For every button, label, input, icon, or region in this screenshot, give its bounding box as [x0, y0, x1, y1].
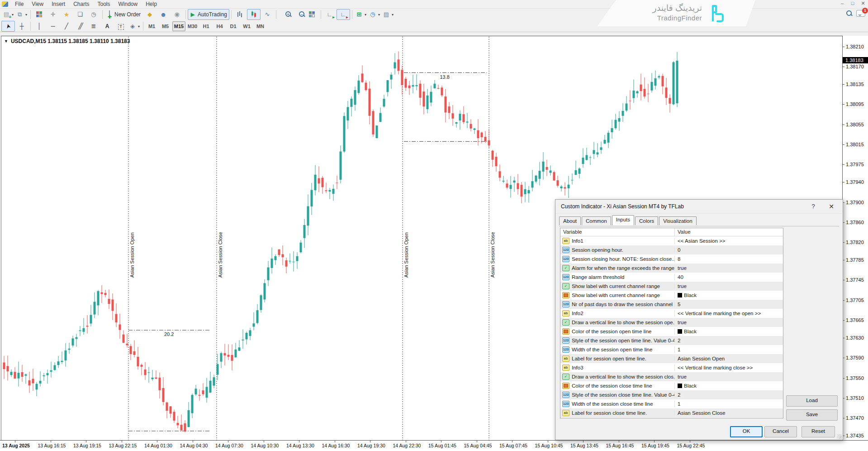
ok-button[interactable]: OK: [730, 426, 763, 437]
metaeditor-button[interactable]: ◆: [143, 9, 157, 20]
dropdown-caret-icon[interactable]: ▾: [12, 13, 14, 17]
param-value[interactable]: 0: [675, 247, 783, 253]
templates-button[interactable]: ▨▾: [381, 9, 395, 20]
dropdown-caret-icon[interactable]: ▾: [378, 13, 380, 17]
timeframe-m15[interactable]: M15: [172, 21, 185, 31]
menu-help[interactable]: Help: [142, 0, 161, 8]
shapes-tool-button[interactable]: ◈▾: [128, 21, 141, 32]
param-row[interactable]: abInfo2<< Vertical line marking the open…: [560, 309, 783, 318]
resize-grip[interactable]: [837, 434, 842, 439]
param-value[interactable]: true: [675, 374, 783, 379]
param-row[interactable]: ✓Show label with current channel rangetr…: [560, 282, 783, 291]
channel-tool-button[interactable]: ╱: [73, 21, 87, 32]
tile-windows-button[interactable]: [305, 9, 319, 20]
column-header-variable[interactable]: Variable: [560, 228, 675, 236]
menu-file[interactable]: File: [11, 0, 28, 8]
tab-visualization[interactable]: Visualization: [659, 216, 696, 225]
param-row[interactable]: 123Width of the session open time line1: [560, 345, 783, 354]
param-row[interactable]: abInfo3<< Vertical line marking close >>: [560, 363, 783, 372]
param-value[interactable]: true: [675, 265, 783, 271]
chart-shift-button[interactable]: ∟▸: [337, 9, 350, 20]
param-row[interactable]: Color of the session open time lineBlack: [560, 327, 783, 336]
param-value[interactable]: 1: [675, 347, 783, 352]
param-row[interactable]: 123Style of the session open time line. …: [560, 336, 783, 345]
save-button[interactable]: Save: [786, 409, 838, 421]
param-value[interactable]: Asian Session Close: [675, 410, 783, 416]
timeframe-m5[interactable]: M5: [159, 21, 172, 31]
load-button[interactable]: Load: [786, 395, 838, 407]
terminal-button[interactable]: ❏: [73, 9, 87, 20]
new-order-button[interactable]: ✚New Order: [104, 9, 143, 20]
param-row[interactable]: 123Range alarm threshold40: [560, 273, 783, 282]
param-value[interactable]: 2: [675, 392, 783, 398]
auto-scroll-button[interactable]: ∟▸: [323, 9, 337, 20]
strategy-tester-button[interactable]: ◷: [87, 9, 100, 20]
param-value[interactable]: << Asian Session >>: [675, 238, 783, 244]
symbol-ohlc-line[interactable]: ▼ USDCAD,M15 1.38115 1.38185 1.38110 1.3…: [4, 38, 130, 44]
tab-common[interactable]: Common: [582, 216, 611, 225]
param-value[interactable]: 8: [675, 256, 783, 262]
navigator-button[interactable]: ★: [60, 9, 73, 20]
param-row[interactable]: 123Nr of past days to draw the session c…: [560, 300, 783, 309]
param-value[interactable]: << Vertical line marking close >>: [675, 365, 783, 370]
timeframe-d1[interactable]: D1: [227, 21, 240, 31]
timeframe-mn[interactable]: MN: [254, 21, 267, 31]
param-row[interactable]: 123Session closing hour. NOTE: Session c…: [560, 254, 783, 264]
vertical-line-tool-button[interactable]: │: [33, 21, 46, 32]
param-value[interactable]: Asian Session Open: [675, 356, 783, 361]
param-row[interactable]: ✓Alarm for when the range exceeds the ra…: [560, 264, 783, 273]
search-icon[interactable]: [846, 10, 853, 17]
horizontal-line-tool-button[interactable]: ─: [46, 21, 60, 32]
label-tool-button[interactable]: T: [114, 21, 128, 32]
dropdown-caret-icon[interactable]: ▾: [138, 24, 140, 29]
param-value[interactable]: Black: [675, 293, 783, 298]
menu-tools[interactable]: Tools: [94, 0, 114, 8]
column-header-value[interactable]: Value: [675, 228, 693, 236]
line-chart-mode-button[interactable]: ∿: [261, 9, 274, 20]
param-value[interactable]: << Vertical line marking the open >>: [675, 311, 783, 316]
dropdown-caret-icon[interactable]: ▾: [392, 13, 394, 17]
data-window-button[interactable]: ✛: [46, 9, 60, 20]
dialog-close-button[interactable]: ✕: [825, 202, 837, 211]
param-value[interactable]: 2: [675, 338, 783, 343]
param-value[interactable]: Black: [675, 329, 783, 334]
new-chart-button[interactable]: ▤+▾: [1, 9, 15, 20]
fibonacci-tool-button[interactable]: ≣: [87, 21, 100, 32]
dropdown-caret-icon[interactable]: ▾: [25, 13, 27, 17]
minimize-button[interactable]: –: [839, 0, 845, 6]
reset-button[interactable]: Reset: [802, 426, 835, 437]
param-value[interactable]: true: [675, 320, 783, 325]
tab-inputs[interactable]: Inputs: [612, 215, 634, 225]
tab-about[interactable]: About: [559, 216, 581, 225]
zoom-in-button[interactable]: +: [278, 9, 292, 20]
text-tool-button[interactable]: A: [100, 21, 114, 32]
restore-button[interactable]: □: [849, 0, 856, 6]
menu-view[interactable]: View: [28, 0, 47, 8]
param-row[interactable]: abInfo1<< Asian Session >>: [560, 236, 783, 245]
param-value[interactable]: true: [675, 283, 783, 289]
param-value[interactable]: 1: [675, 401, 783, 407]
menu-charts[interactable]: Charts: [69, 0, 93, 8]
dialog-titlebar[interactable]: Custom Indicator - Xi Asian Session MT4 …: [555, 200, 843, 214]
sounds-button[interactable]: ◉: [170, 9, 184, 20]
timeframe-m1[interactable]: M1: [145, 21, 158, 31]
timeframe-h4[interactable]: H4: [213, 21, 226, 31]
cursor-button[interactable]: ➤: [1, 21, 15, 32]
param-row[interactable]: 123Session opening hour.0: [560, 245, 783, 254]
close-button[interactable]: ✕: [860, 0, 866, 6]
chat-icon[interactable]: 1: [856, 10, 865, 17]
param-row[interactable]: Color of the session close time lineBlac…: [560, 381, 783, 390]
param-value[interactable]: Black: [675, 383, 783, 389]
dropdown-caret-icon[interactable]: ▾: [365, 13, 366, 17]
param-row[interactable]: ✓Draw a vertical line to show the sessio…: [560, 318, 783, 327]
timeframe-w1[interactable]: W1: [240, 21, 253, 31]
param-value[interactable]: 40: [675, 274, 783, 280]
param-row[interactable]: 123Style of the session close time line.…: [560, 390, 783, 399]
param-row[interactable]: abLabel for session open time line.Asian…: [560, 354, 783, 363]
param-value[interactable]: 5: [675, 302, 783, 307]
experts-button[interactable]: ☻: [157, 9, 170, 20]
param-row[interactable]: abLabel for session close time line.Asia…: [560, 408, 783, 417]
tab-colors[interactable]: Colors: [635, 216, 658, 225]
menu-window[interactable]: Window: [114, 0, 142, 8]
dialog-help-button[interactable]: ?: [807, 202, 819, 211]
